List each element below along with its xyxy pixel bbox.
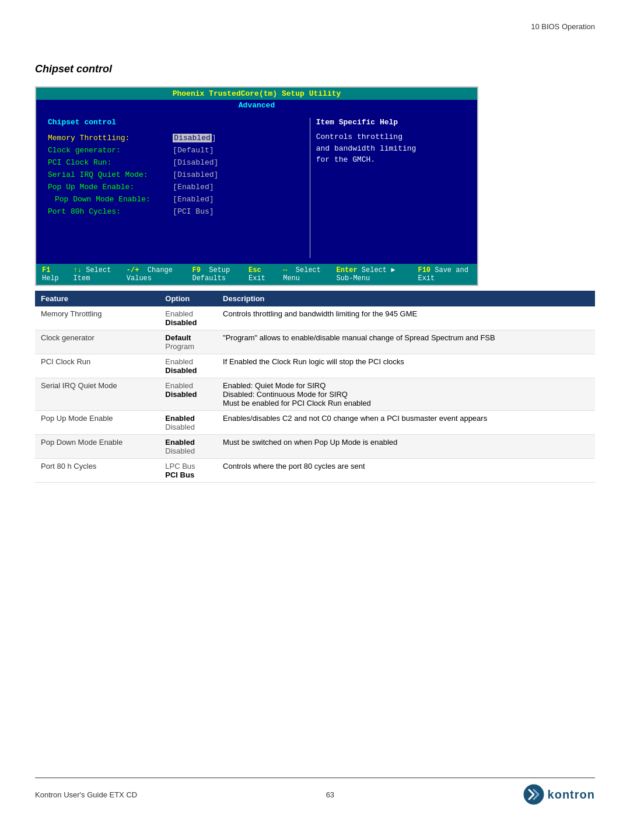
col-option: Option	[159, 291, 217, 306]
table-cell-description: "Program" allows to enable/disable manua…	[217, 330, 595, 354]
table-body: Memory ThrottlingEnabledDisabledControls…	[35, 306, 595, 483]
table-header-row: Feature Option Description	[35, 291, 595, 306]
option-unselected: Enabled	[165, 381, 211, 390]
value-serial-irq: [Disabled]	[173, 170, 218, 179]
option-unselected: Program	[165, 342, 211, 351]
table-cell-option: EnabledDisabled	[159, 411, 217, 435]
section-title-text: Chipset control	[35, 63, 112, 75]
table-cell-description: Controls throttling and bandwidth limiti…	[217, 306, 595, 330]
value-pci-clock-run: [Disabled]	[173, 158, 218, 167]
label-serial-irq: Serial IRQ Quiet Mode:	[48, 170, 173, 179]
footer-page-num-text: 63	[326, 790, 334, 799]
option-selected: Default	[165, 333, 211, 342]
bios-row-serial-irq[interactable]: Serial IRQ Quiet Mode: [Disabled]	[48, 170, 298, 179]
option-unselected: Enabled	[165, 357, 211, 366]
footer-dash: -/+ Change Values	[127, 266, 183, 283]
table-row: Memory ThrottlingEnabledDisabledControls…	[35, 306, 595, 330]
help-line2: and bandwidth limiting	[316, 143, 471, 155]
bios-row-popup-group: Pop Up Mode Enable: [Enabled] Pop Down M…	[48, 183, 298, 204]
kontron-icon	[523, 784, 544, 805]
table-cell-feature: Pop Up Mode Enable	[35, 411, 159, 435]
bios-left-header-text: Chipset control	[48, 118, 116, 127]
bios-row-pci-clock[interactable]: PCI Clock Run: [Disabled]	[48, 158, 298, 167]
value-popup-enable: [Enabled]	[173, 183, 214, 191]
bios-row-clock-generator[interactable]: Clock generator: [Default]	[48, 146, 298, 155]
option-selected: Disabled	[165, 318, 211, 327]
label-pci-clock-run: PCI Clock Run:	[48, 158, 173, 167]
footer-f1: F1 Help	[42, 266, 64, 283]
option-selected: Disabled	[165, 390, 211, 399]
bios-footer-right: Esc Exit ↔ Select Menu Enter Select ► Su…	[249, 266, 471, 283]
value-port80: [PCI Bus]	[173, 207, 214, 216]
bios-row-pci-serial-group: PCI Clock Run: [Disabled] Serial IRQ Qui…	[48, 158, 298, 179]
feature-table-section: Feature Option Description Memory Thrott…	[35, 291, 595, 483]
footer-enter: Enter Select ► Sub-Menu	[337, 266, 409, 283]
bios-title-bar: Phoenix TrustedCore(tm) Setup Utility	[36, 88, 477, 100]
table-cell-option: DefaultProgram	[159, 330, 217, 354]
page-header: 10 BIOS Operation	[531, 22, 595, 31]
table-row: Pop Up Mode EnableEnabledDisabledEnables…	[35, 411, 595, 435]
option-unselected: Enabled	[165, 309, 211, 318]
table-row: Clock generatorDefaultProgram"Program" a…	[35, 330, 595, 354]
option-selected: Disabled	[165, 366, 211, 375]
table-cell-description: If Enabled the Clock Run logic will stop…	[217, 354, 595, 378]
table-row: Port 80 h CyclesLPC BusPCI BusControls w…	[35, 459, 595, 483]
footer-arrows-ud: ↑↓ Select Item	[74, 266, 117, 283]
bios-footer: F1 Help ↑↓ Select Item -/+ Change Values…	[36, 264, 477, 285]
footer-page-number: 63	[326, 790, 334, 799]
feature-table: Feature Option Description Memory Thrott…	[35, 291, 595, 483]
table-cell-option: EnabledDisabled	[159, 378, 217, 411]
bios-subtitle: Advanced	[36, 100, 477, 112]
label-popup-enable: Pop Up Mode Enable:	[48, 183, 173, 191]
option-selected: Enabled	[165, 438, 211, 447]
section-title: Chipset control	[35, 63, 112, 75]
label-memory-throttling: Memory Throttling:	[48, 134, 173, 142]
table-row: PCI Clock RunEnabledDisabledIf Enabled t…	[35, 354, 595, 378]
table-cell-description: Controls where the port 80 cycles are se…	[217, 459, 595, 483]
option-selected: PCI Bus	[165, 470, 211, 479]
table-cell-feature: Memory Throttling	[35, 306, 159, 330]
bios-right-header-text: Item Specific Help	[316, 118, 398, 127]
bios-content: Chipset control Memory Throttling: Disab…	[36, 112, 477, 264]
footer-f9: F9 Setup Defaults	[192, 266, 249, 283]
bios-help-text: Controls throttling and bandwidth limiti…	[316, 131, 471, 166]
footer-f10: F10 Save and Exit	[418, 266, 471, 283]
page-header-text: 10 BIOS Operation	[531, 22, 595, 31]
value-clock-generator: [Default]	[173, 146, 214, 155]
table-row: Pop Down Mode EnableEnabledDisabledMust …	[35, 435, 595, 459]
table-cell-option: LPC BusPCI Bus	[159, 459, 217, 483]
table-cell-description: Enabled: Quiet Mode for SIRQDisabled: Co…	[217, 378, 595, 411]
option-selected: Enabled	[165, 414, 211, 423]
footer-esc: Esc Exit	[249, 266, 274, 283]
table-cell-description: Must be switched on when Pop Up Mode is …	[217, 435, 595, 459]
bios-row-popup-enable[interactable]: Pop Up Mode Enable: [Enabled]	[48, 183, 298, 191]
table-cell-description: Enables/disables C2 and not C0 change wh…	[217, 411, 595, 435]
bios-subtitle-text: Advanced	[239, 101, 275, 110]
kontron-brand-name: kontron	[548, 788, 595, 801]
bios-footer-left: F1 Help ↑↓ Select Item -/+ Change Values…	[42, 266, 249, 283]
label-clock-generator: Clock generator:	[48, 146, 173, 155]
option-unselected: Disabled	[165, 447, 211, 455]
value-popdown-enable: [Enabled]	[173, 195, 214, 204]
bios-row-popdown-enable[interactable]: Pop Down Mode Enable: [Enabled]	[48, 195, 298, 204]
table-cell-feature: Serial IRQ Quiet Mode	[35, 378, 159, 411]
table-cell-option: EnabledDisabled	[159, 354, 217, 378]
bios-right-panel: Item Specific Help Controls throttling a…	[310, 118, 477, 258]
label-popdown-enable: Pop Down Mode Enable:	[48, 195, 173, 204]
table-cell-option: EnabledDisabled	[159, 306, 217, 330]
bios-left-panel: Chipset control Memory Throttling: Disab…	[36, 118, 310, 258]
table-header: Feature Option Description	[35, 291, 595, 306]
table-cell-feature: Port 80 h Cycles	[35, 459, 159, 483]
option-unselected: Disabled	[165, 423, 211, 431]
table-cell-feature: PCI Clock Run	[35, 354, 159, 378]
bios-row-memory-throttling[interactable]: Memory Throttling: Disabled]	[48, 134, 298, 142]
value-memory-throttling: Disabled]	[173, 134, 216, 142]
bios-screen: Phoenix TrustedCore(tm) Setup Utility Ad…	[35, 86, 478, 286]
bios-left-header: Chipset control	[48, 118, 298, 127]
col-feature: Feature	[35, 291, 159, 306]
table-row: Serial IRQ Quiet ModeEnabledDisabledEnab…	[35, 378, 595, 411]
label-port80: Port 80h Cycles:	[48, 207, 173, 216]
bios-row-port80[interactable]: Port 80h Cycles: [PCI Bus]	[48, 207, 298, 216]
bios-right-header: Item Specific Help	[316, 118, 471, 127]
footer-guide-title: Kontron User's Guide ETX CD	[35, 790, 137, 799]
